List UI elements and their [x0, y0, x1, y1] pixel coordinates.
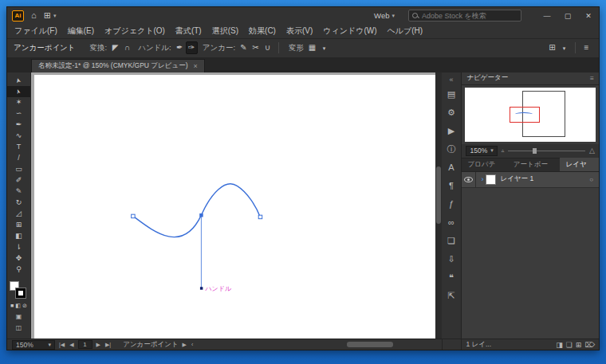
rotate-tool[interactable]: ↻ — [7, 198, 30, 209]
menu-effect[interactable]: 効果(C) — [249, 25, 276, 37]
anchor-end[interactable] — [258, 215, 262, 218]
first-artboard-button[interactable]: |◀ — [58, 342, 65, 348]
selection-tool[interactable]: ➤ — [7, 75, 30, 86]
show-handles-icon[interactable]: ✒ — [174, 41, 186, 54]
bezier-path[interactable] — [133, 183, 261, 237]
gear-icon[interactable]: ⚙ — [442, 104, 462, 122]
curvature-tool[interactable]: ∿ — [7, 131, 30, 142]
eyedropper-tool[interactable]: ⇂ — [7, 242, 30, 253]
document-tab[interactable]: 名称未設定-1* @ 150% (CMYK/GPU プレビュー) × — [31, 59, 205, 72]
new-layer-icon[interactable]: ⊞ — [576, 341, 582, 349]
arrange-documents-icon[interactable]: ⊞ — [546, 41, 558, 54]
artboard-number-field[interactable]: 1 — [78, 340, 92, 349]
character-icon[interactable]: A — [442, 159, 462, 177]
tab-properties[interactable]: プロパティ — [462, 158, 507, 171]
zoom-tool[interactable]: ⚲ — [7, 264, 30, 276]
last-artboard-button[interactable]: ▶| — [104, 342, 112, 348]
status-menu-arrow-icon[interactable]: ▶ — [182, 342, 187, 348]
navigator-preview[interactable] — [462, 85, 599, 144]
shape-builder-tool[interactable]: ⊞ — [7, 220, 30, 231]
navigator-view-rectangle[interactable] — [510, 107, 540, 123]
rectangle-tool[interactable]: ▭ — [7, 164, 30, 175]
vertical-scrollbar-thumb[interactable] — [436, 166, 441, 224]
menu-object[interactable]: オブジェクト(O) — [104, 25, 165, 37]
artboards-icon[interactable]: ❏ — [442, 232, 462, 250]
fill-stroke-swatches[interactable] — [9, 281, 28, 300]
gradient-button[interactable]: ◧ — [15, 303, 21, 309]
scale-tool[interactable]: ◿ — [7, 209, 30, 220]
type-tool[interactable]: T — [7, 142, 30, 153]
menu-type[interactable]: 書式(T) — [175, 25, 202, 37]
delete-layer-icon[interactable]: ⌦ — [584, 341, 595, 349]
navigator-zoom-slider[interactable] — [508, 151, 585, 151]
make-mask-icon[interactable]: ◨ — [556, 341, 563, 349]
panel-menu-icon[interactable]: ≡ — [580, 41, 592, 54]
remove-anchor-icon[interactable]: ✎ — [238, 41, 250, 54]
menu-file[interactable]: ファイル(F) — [14, 25, 57, 37]
minimize-button[interactable]: — — [537, 7, 557, 25]
menu-view[interactable]: 表示(V) — [286, 25, 313, 37]
artboard[interactable]: ハンドル — [34, 75, 435, 339]
menu-edit[interactable]: 編集(E) — [68, 25, 94, 37]
layer-target-icon[interactable]: ○ — [589, 176, 593, 183]
link-icon[interactable]: ∞ — [442, 213, 462, 232]
new-sublayer-icon[interactable]: ❏ — [566, 341, 573, 349]
next-artboard-button[interactable]: ▶ — [96, 342, 101, 348]
hand-tool[interactable]: ✥ — [7, 253, 30, 264]
workspace-grid-button[interactable]: ⊞ ▾ — [44, 11, 57, 20]
handle-endpoint[interactable] — [200, 287, 203, 289]
canvas-area[interactable]: ハンドル — [31, 72, 442, 339]
anchor-mid[interactable] — [199, 213, 203, 217]
expand-layer-icon[interactable]: › — [481, 175, 483, 183]
stroke-swatch[interactable] — [16, 288, 26, 298]
transform-icon[interactable]: ▦ — [306, 41, 318, 54]
line-segment-tool[interactable]: / — [7, 153, 30, 164]
home-icon[interactable]: ⌂ — [31, 11, 37, 20]
direct-selection-tool[interactable]: ➢ — [7, 86, 30, 97]
hide-handles-icon[interactable]: ✑ — [186, 41, 198, 54]
gradient-tool[interactable]: ◧ — [7, 231, 30, 242]
libraries-icon[interactable]: ▤ — [442, 85, 462, 104]
horizontal-scrollbar-thumb[interactable] — [347, 342, 393, 347]
menu-help[interactable]: ヘルプ(H) — [388, 25, 423, 37]
arrange-chevron-icon[interactable]: ▾ — [558, 41, 570, 54]
workspace-switcher[interactable]: Web ▾ — [374, 11, 395, 20]
menu-select[interactable]: 選択(S) — [212, 25, 238, 37]
draw-mode-icon[interactable]: ▣ — [16, 313, 22, 320]
screen-mode-icon[interactable]: ◫ — [16, 324, 22, 331]
tab-layers[interactable]: レイヤー — [560, 158, 599, 171]
paintbrush-tool[interactable]: ✐ — [7, 175, 30, 186]
tab-close-icon[interactable]: × — [193, 62, 197, 70]
transform-options-chevron-icon[interactable]: ▾ — [318, 41, 330, 54]
actions-icon[interactable]: ▶ — [442, 122, 462, 140]
navigator-zoom-dropdown[interactable]: 150% ▾ — [466, 146, 497, 156]
visibility-toggle[interactable] — [462, 172, 476, 187]
asset-export-icon[interactable]: ⇩ — [442, 250, 462, 268]
status-zoom-dropdown[interactable]: 150% ▾ — [12, 340, 55, 350]
close-button[interactable]: ✕ — [578, 7, 599, 25]
export-icon[interactable]: ⇱ — [442, 287, 462, 305]
zoom-out-icon[interactable]: ▵ — [502, 147, 505, 154]
info-icon[interactable]: ⓘ — [442, 140, 462, 159]
tab-artboards[interactable]: アートボード — [508, 158, 561, 171]
lasso-tool[interactable]: ∽ — [7, 108, 30, 119]
pencil-tool[interactable]: ✎ — [7, 186, 30, 198]
layer-row[interactable]: › レイヤー 1 ○ — [462, 172, 599, 188]
cut-path-icon[interactable]: ✂ — [250, 41, 262, 54]
menu-window[interactable]: ウィンドウ(W) — [323, 25, 376, 37]
status-back-icon[interactable]: ‹ — [191, 342, 194, 347]
layer-name[interactable]: レイヤー 1 — [500, 174, 533, 184]
zoom-in-icon[interactable]: △ — [589, 147, 595, 155]
horizontal-scrollbar[interactable] — [205, 342, 433, 348]
panel-menu-icon[interactable]: ≡ — [590, 74, 594, 82]
zoom-slider-thumb[interactable] — [533, 148, 537, 154]
opentype-icon[interactable]: ƒ — [442, 195, 462, 213]
color-button[interactable]: ■ — [10, 303, 14, 309]
comment-icon[interactable]: ❝ — [442, 268, 462, 287]
expand-panels-icon[interactable]: « — [442, 74, 462, 85]
convert-smooth-icon[interactable]: ∩ — [121, 41, 133, 54]
pen-tool[interactable]: ✒ — [7, 119, 30, 131]
maximize-button[interactable]: ▢ — [557, 7, 578, 25]
vertical-scrollbar[interactable] — [435, 72, 442, 339]
connect-path-icon[interactable]: ∪ — [262, 41, 273, 54]
